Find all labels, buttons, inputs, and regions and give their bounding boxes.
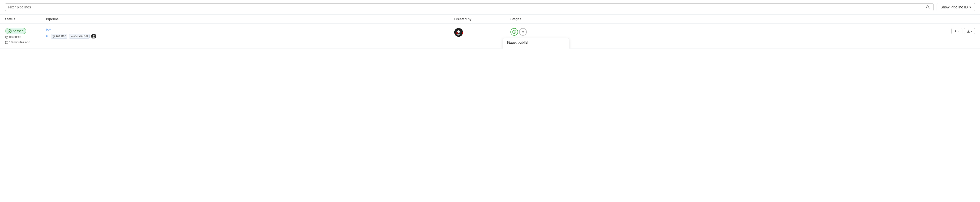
creator-avatar: IS THE WAY xyxy=(454,28,463,37)
pipeline-row: passed 00:00:43 10 minutes ago init #3 xyxy=(0,24,980,48)
created-by-cell: IS THE WAY xyxy=(454,28,511,37)
svg-point-8 xyxy=(53,35,54,36)
pipeline-number[interactable]: #3 xyxy=(46,35,49,38)
header-stages: Stages xyxy=(511,17,566,21)
svg-point-24 xyxy=(513,30,516,33)
stage-dropdown-title: Stage: publish xyxy=(503,38,569,47)
search-icon xyxy=(926,5,930,9)
creator-avatar-icon: IS THE WAY xyxy=(454,28,463,37)
duration-meta: 00:00:43 xyxy=(5,35,46,39)
filter-pipelines-input[interactable] xyxy=(8,5,924,9)
pipeline-meta: #3 master c70e4850 xyxy=(46,33,454,39)
svg-point-2 xyxy=(8,29,11,33)
actions-cell: ▾ ▾ xyxy=(566,28,975,34)
chevron-down-icon: ▾ xyxy=(969,5,971,9)
svg-text:IS THE: IS THE xyxy=(456,32,463,34)
play-icon xyxy=(954,30,957,33)
show-pipeline-id-button[interactable]: Show Pipeline ID ▾ xyxy=(937,3,975,11)
duration-value: 00:00:43 xyxy=(9,35,21,39)
search-button[interactable] xyxy=(924,5,931,9)
check-circle-icon xyxy=(8,29,11,33)
svg-marker-26 xyxy=(955,30,957,32)
pipeline-cell: init #3 master c70e4850 xyxy=(46,28,454,39)
show-pipeline-label: Show Pipeline ID xyxy=(940,5,968,9)
clock-icon xyxy=(5,36,8,39)
commit-hash: c70e4850 xyxy=(74,35,88,38)
download-button[interactable]: ▾ xyxy=(964,28,975,34)
header-actions xyxy=(566,17,975,21)
stage-passed-button[interactable] xyxy=(511,28,518,36)
status-label: passed xyxy=(13,29,24,33)
commit-tag: c70e4850 xyxy=(69,34,89,38)
header-pipeline: Pipeline xyxy=(46,17,454,21)
avatar xyxy=(91,33,96,39)
stage-more-button[interactable] xyxy=(519,28,527,36)
status-badge: passed xyxy=(5,28,26,34)
header-status: Status xyxy=(5,17,46,21)
search-wrapper xyxy=(5,3,934,11)
play-button[interactable]: ▾ xyxy=(951,28,963,34)
branch-tag: master xyxy=(51,34,67,38)
stage-check-icon xyxy=(512,30,516,33)
calendar-icon xyxy=(5,41,8,44)
branch-icon xyxy=(52,35,56,38)
status-cell: passed 00:00:43 10 minutes ago xyxy=(5,28,46,44)
avatar-icon xyxy=(91,33,96,39)
stage-dropdown-item: Migrate Dev xyxy=(503,47,569,48)
svg-point-9 xyxy=(53,37,54,38)
commit-icon xyxy=(71,35,73,38)
play-chevron: ▾ xyxy=(958,30,959,33)
svg-point-15 xyxy=(93,35,94,37)
stage-dropdown: Stage: publish Migrate Dev xyxy=(503,38,569,48)
svg-text:WAY: WAY xyxy=(457,34,460,36)
double-chevron-icon xyxy=(521,30,525,33)
download-icon xyxy=(967,30,970,33)
svg-line-1 xyxy=(928,8,929,9)
header-created-by: Created by xyxy=(454,17,511,21)
table-header: Status Pipeline Created by Stages xyxy=(0,14,980,24)
download-chevron: ▾ xyxy=(971,30,972,33)
top-bar: Show Pipeline ID ▾ xyxy=(0,0,980,14)
svg-point-11 xyxy=(72,36,73,37)
stages-cell: Stage: publish Migrate Dev xyxy=(511,28,566,36)
pipeline-name-link[interactable]: init xyxy=(46,28,454,32)
time-ago-meta: 10 minutes ago xyxy=(5,41,46,44)
time-ago-value: 10 minutes ago xyxy=(9,41,30,44)
branch-label: master xyxy=(56,35,65,38)
svg-rect-4 xyxy=(5,41,8,44)
